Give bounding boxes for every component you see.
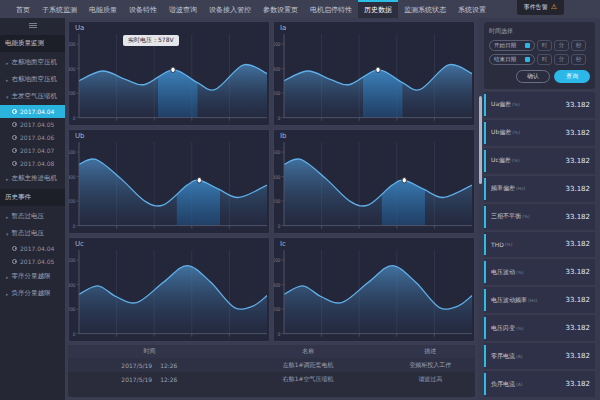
sidebar-tree-item[interactable]: ▸左舷主推进电机 <box>0 170 65 187</box>
chart-canvas: 6004002000 <box>274 238 474 341</box>
sidebar-tree-item[interactable]: ▸负序分量越限 <box>0 285 65 302</box>
expand-arrow-icon: ▸ <box>6 274 9 280</box>
sidebar-tree-item[interactable]: ▾主发空气压缩机 <box>0 88 65 105</box>
metric-row[interactable]: 三相不平衡(%)33.182 <box>484 204 595 230</box>
nav-item-7[interactable]: 电机启停特性 <box>304 0 358 18</box>
table-header-time: 时间 <box>68 347 231 356</box>
metric-row[interactable]: 负序电流(A)33.182 <box>484 371 595 397</box>
nav-item-5[interactable]: 设备接入管控 <box>203 0 257 18</box>
data-point-marker[interactable] <box>197 178 201 183</box>
nav-item-1[interactable]: 子系统监测 <box>36 0 83 18</box>
nav-item-2[interactable]: 电能质量 <box>83 0 123 18</box>
chart-panel-Ua[interactable]: Ua6004002000实时电压：578V <box>68 21 270 126</box>
chart-panel-Ub[interactable]: Ub6004002000 <box>68 129 270 234</box>
data-point-marker[interactable] <box>376 67 380 72</box>
metric-row[interactable]: 电压闪变(%)33.182 <box>484 315 595 341</box>
sidebar-date-item[interactable]: 2017.04.08 <box>0 157 65 170</box>
chart-panel-Ia[interactable]: Ia6004002000 <box>273 21 475 126</box>
chart-panel-Uc[interactable]: Uc6004002000 <box>68 237 270 342</box>
end-hour-input[interactable]: 时 <box>537 54 552 65</box>
alarm-badge[interactable]: 事件告警 ⚠ <box>517 0 564 15</box>
metric-row[interactable]: Ua偏差(%)33.182 <box>484 92 595 118</box>
data-point-marker[interactable] <box>402 178 406 183</box>
calendar-icon <box>525 57 530 62</box>
svg-text:400: 400 <box>69 174 76 179</box>
chart-title: Ic <box>280 240 286 248</box>
sidebar-tree-item[interactable]: ▸零序分量越限 <box>0 268 65 285</box>
start-second-input[interactable]: 秒 <box>571 40 586 51</box>
table-row[interactable]: 2017/5/1912:26左舷1#调距桨电机变频柜投入工作 <box>68 358 475 372</box>
nav-item-10[interactable]: 系统设置 <box>452 0 492 18</box>
cell-desc: 谐波过高 <box>385 375 475 384</box>
svg-text:600: 600 <box>69 42 76 47</box>
start-minute-input[interactable]: 分 <box>554 40 569 51</box>
event-time: 12:26 <box>160 362 177 369</box>
nav-item-9[interactable]: 监测系统状态 <box>398 0 452 18</box>
app-window: 首页子系统监测电能质量设备特性谐波查询设备接入管控参数设置页电机启停特性历史数据… <box>0 0 600 400</box>
sidebar-tree-item[interactable]: ▸暂态过电压 <box>0 208 65 225</box>
metric-label: 频率偏差 <box>491 184 515 193</box>
sidebar-tree-item[interactable]: ▸左舷地面空压机 <box>0 54 65 71</box>
sidebar-date-item[interactable]: 2017.04.05 <box>0 118 65 131</box>
metric-row[interactable]: 电压波动频率(Hz)33.182 <box>484 287 595 313</box>
metric-row[interactable]: Ub偏差(%)33.182 <box>484 120 595 146</box>
nav-item-4[interactable]: 谐波查询 <box>163 0 203 18</box>
metric-value: 33.182 <box>566 157 591 165</box>
metric-accent-bar <box>484 289 486 311</box>
metric-accent-bar <box>484 373 486 395</box>
sidebar-tree: 电能质量监测▸左舷地面空压机▸右舷地面空压机▾主发空气压缩机2017.04.04… <box>0 35 65 302</box>
event-time: 12:26 <box>160 376 177 383</box>
sidebar-date-label: 2017.04.05 <box>20 121 54 128</box>
cell-time: 2017/5/1912:26 <box>68 376 231 383</box>
table-header-row: 时间 名称 描述 <box>68 345 475 358</box>
metric-row[interactable]: 频率偏差(Hz)33.182 <box>484 176 595 202</box>
chart-canvas: 6004002000 <box>274 22 474 125</box>
chart-panel-Ib[interactable]: Ib6004002000 <box>273 129 475 234</box>
charts-grid: Ua6004002000实时电压：578VIa6004002000Ub60040… <box>68 21 475 342</box>
metric-row[interactable]: 零序电流(A)33.182 <box>484 343 595 369</box>
svg-text:200: 200 <box>69 91 76 96</box>
end-date-select[interactable]: 结束日期 <box>489 54 535 65</box>
query-button[interactable]: 查询 <box>554 70 590 83</box>
chart-panel-Ic[interactable]: Ic6004002000 <box>273 237 475 342</box>
start-date-select[interactable]: 开始日期 <box>489 40 535 51</box>
end-second-input[interactable]: 秒 <box>571 54 586 65</box>
metric-unit: (A) <box>516 382 523 387</box>
chart-canvas: 6004002000 <box>69 130 269 233</box>
sidebar-tree-item[interactable]: ▸右舷地面空压机 <box>0 71 65 88</box>
metric-row[interactable]: 电压波动(%)33.182 <box>484 259 595 285</box>
menu-icon[interactable] <box>29 23 37 28</box>
start-date-row: 开始日期 时 分 秒 <box>489 40 590 51</box>
sidebar-date-item[interactable]: 2017.04.04 <box>0 242 65 255</box>
svg-text:0: 0 <box>278 331 281 336</box>
nav-item-6[interactable]: 参数设置页 <box>257 0 304 18</box>
sidebar-date-item[interactable]: 2017.04.04 <box>0 105 65 118</box>
nav-item-3[interactable]: 设备特性 <box>123 0 163 18</box>
table-row[interactable]: 2017/5/1912:26右舷1#空气压缩机谐波过高 <box>68 372 475 386</box>
metric-value: 33.182 <box>566 324 591 332</box>
content-area: Ua6004002000实时电压：578VIa6004002000Ub60040… <box>65 18 478 400</box>
data-point-marker[interactable] <box>171 67 175 72</box>
metric-accent-bar <box>484 150 486 172</box>
metric-label: Ua偏差 <box>491 100 511 109</box>
expand-arrow-icon: ▾ <box>6 94 9 100</box>
sidebar-tree-item[interactable]: ▾暂态过电压 <box>0 225 65 242</box>
scrollbar-thumb[interactable] <box>479 96 482 184</box>
event-date: 2017/5/19 <box>121 362 152 369</box>
nav-item-8[interactable]: 历史数据 <box>358 0 398 18</box>
metric-unit: (%) <box>516 270 524 275</box>
nav-item-0[interactable]: 首页 <box>10 0 36 18</box>
confirm-button[interactable]: 确认 <box>516 70 550 83</box>
sidebar-date-item[interactable]: 2017.04.06 <box>0 131 65 144</box>
sidebar-date-item[interactable]: 2017.04.05 <box>0 255 65 268</box>
svg-text:0: 0 <box>73 115 76 120</box>
end-minute-input[interactable]: 分 <box>554 54 569 65</box>
chart-title: Ia <box>280 24 286 32</box>
clock-icon <box>12 148 17 153</box>
start-hour-input[interactable]: 时 <box>537 40 552 51</box>
start-date-label: 开始日期 <box>494 42 516 49</box>
sidebar-date-item[interactable]: 2017.04.07 <box>0 144 65 157</box>
metric-row[interactable]: THD(%)33.182 <box>484 232 595 258</box>
metric-row[interactable]: Uc偏差(%)33.182 <box>484 148 595 174</box>
chart-title: Uc <box>75 240 84 248</box>
